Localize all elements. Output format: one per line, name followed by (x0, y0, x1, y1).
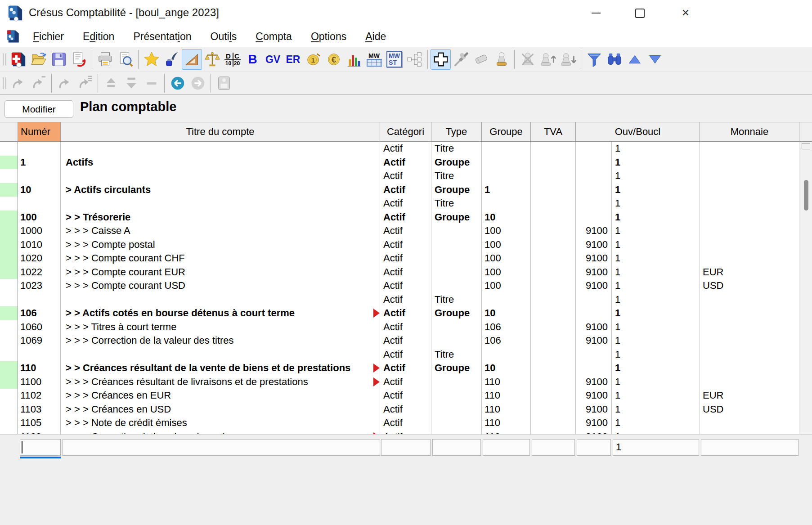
menu-outils[interactable]: Outils (201, 31, 247, 43)
cell-bouclement[interactable]: 1 (612, 293, 700, 307)
menu-aide[interactable]: Aide (356, 31, 395, 43)
plus-cross-button[interactable] (431, 49, 451, 70)
cell-type[interactable] (431, 375, 482, 389)
minimize-button[interactable] (583, 0, 609, 26)
cell-categorie[interactable]: Actif (380, 361, 431, 375)
cell-type[interactable] (431, 389, 482, 403)
cell-categorie[interactable]: Actif (380, 306, 431, 320)
swiss-doc-button[interactable] (8, 49, 28, 70)
cell-groupe[interactable]: 106 (482, 320, 531, 334)
cell-bouclement[interactable]: 1 (612, 183, 700, 197)
cell-bouclement[interactable]: 1 (612, 403, 700, 417)
cell-num[interactable]: 1023 (18, 279, 61, 293)
cell-bouclement[interactable]: 1 (612, 334, 700, 348)
row-marker[interactable] (0, 348, 18, 362)
header-corner[interactable] (799, 122, 812, 141)
cell-num[interactable] (18, 348, 61, 362)
table-row[interactable]: 1060> > > Titres à court termeActif10691… (0, 320, 799, 334)
cell-type[interactable]: Titre (431, 169, 482, 183)
cell-monnaie[interactable]: USD (700, 403, 799, 417)
cell-monnaie[interactable] (700, 224, 799, 238)
edit-cell-cat[interactable] (381, 439, 431, 456)
menu-options[interactable]: Options (301, 31, 356, 43)
binoculars-button[interactable] (604, 49, 624, 70)
cell-title[interactable]: > > > Compte courant EUR (61, 265, 380, 279)
cell-bouclement[interactable]: 1 (612, 224, 700, 238)
cell-ouverture[interactable]: 9100 (576, 251, 612, 265)
cell-groupe[interactable]: 100 (482, 224, 531, 238)
print-button[interactable] (95, 49, 115, 70)
edit-cell-boucl[interactable]: 1 (613, 439, 699, 456)
cell-type[interactable] (431, 265, 482, 279)
edit-cell-groupe[interactable] (483, 439, 530, 456)
eject-up-button[interactable] (101, 73, 121, 94)
row-marker[interactable] (0, 293, 18, 307)
cell-groupe[interactable] (482, 169, 531, 183)
setsquare-button[interactable] (182, 49, 202, 70)
column-header-title[interactable]: Titre du compte (61, 122, 380, 141)
row-marker-green[interactable] (0, 306, 18, 320)
table-row[interactable]: ActifTitre1 (0, 142, 799, 156)
cell-ouverture[interactable] (576, 348, 612, 362)
cell-title[interactable]: > > > Compte courant CHF (61, 251, 380, 265)
table-row[interactable]: 1020> > > Compte courant CHFActif1009100… (0, 251, 799, 265)
stamp-button[interactable] (491, 49, 511, 70)
back-circle-button[interactable] (167, 73, 188, 94)
cell-num[interactable]: 1022 (18, 265, 61, 279)
cell-bouclement[interactable]: 1 (612, 251, 700, 265)
cell-title[interactable]: > > > Correction de la valeur des titres (61, 334, 380, 348)
cell-bouclement[interactable]: 1 (612, 211, 700, 224)
mw-table-mw-button[interactable]: MW (364, 49, 384, 70)
cell-groupe[interactable]: 110 (482, 403, 531, 417)
cell-bouclement[interactable]: 1 (612, 142, 700, 156)
cell-title[interactable]: > > > Note de crédit émises (61, 416, 380, 430)
cell-bouclement[interactable]: 1 (612, 375, 700, 389)
cell-type[interactable] (431, 403, 482, 417)
table-row[interactable]: 1023> > > Compte courant USDActif1009100… (0, 279, 799, 293)
column-header-tva[interactable]: TVA (531, 122, 576, 141)
eraser-button[interactable] (471, 49, 491, 70)
triangle-up-button[interactable] (624, 49, 645, 70)
table-row[interactable]: 1022> > > Compte courant EURActif1009100… (0, 265, 799, 279)
cell-monnaie[interactable] (700, 293, 799, 307)
stamp-up-button[interactable] (538, 49, 558, 70)
cell-tva[interactable] (531, 403, 576, 417)
cell-categorie[interactable]: Actif (380, 389, 431, 403)
cell-type[interactable]: Groupe (431, 306, 482, 320)
table-row[interactable]: 1069> > > Correction de la valeur des ti… (0, 334, 799, 348)
cell-categorie[interactable]: Actif (380, 142, 431, 156)
cell-num[interactable]: 1100 (18, 375, 61, 389)
cell-type[interactable] (431, 430, 482, 435)
cell-num[interactable]: 1105 (18, 416, 61, 430)
cell-num[interactable] (18, 169, 61, 183)
cell-num[interactable]: 100 (18, 211, 61, 224)
row-marker-green[interactable] (0, 265, 18, 279)
dc-tariff-button[interactable]: DC1020 (222, 49, 242, 70)
cell-title[interactable]: > > > Compte courant USD (61, 279, 380, 293)
open-folder-button[interactable] (28, 49, 49, 70)
cell-monnaie[interactable] (700, 142, 799, 156)
cell-groupe[interactable] (482, 348, 531, 362)
cell-groupe[interactable] (482, 142, 531, 156)
menu-compta[interactable]: Compta (246, 31, 301, 43)
table-row[interactable]: ActifTitre1 (0, 293, 799, 307)
row-marker-green[interactable] (0, 211, 18, 224)
table-row[interactable]: 1010> > > Compte postalActif10091001 (0, 238, 799, 252)
cell-title[interactable] (61, 142, 380, 156)
cell-categorie[interactable]: Actif (380, 183, 431, 197)
cell-groupe[interactable]: 110 (482, 430, 531, 435)
modifier-button[interactable]: Modifier (4, 100, 73, 118)
row-marker[interactable] (0, 416, 18, 430)
cell-ouverture[interactable]: 9100 (576, 320, 612, 334)
cell-tva[interactable] (531, 416, 576, 430)
cell-bouclement[interactable]: 1 (612, 279, 700, 293)
cell-monnaie[interactable] (700, 375, 799, 389)
cell-tva[interactable] (531, 183, 576, 197)
cell-tva[interactable] (531, 430, 576, 435)
cell-groupe[interactable]: 110 (482, 375, 531, 389)
cell-ouverture[interactable] (576, 169, 612, 183)
menu-presentation[interactable]: Présentation (124, 31, 201, 43)
table-row[interactable]: ActifTitre1 (0, 348, 799, 362)
cell-bouclement[interactable]: 1 (612, 389, 700, 403)
column-header-type[interactable]: Type (431, 122, 482, 141)
